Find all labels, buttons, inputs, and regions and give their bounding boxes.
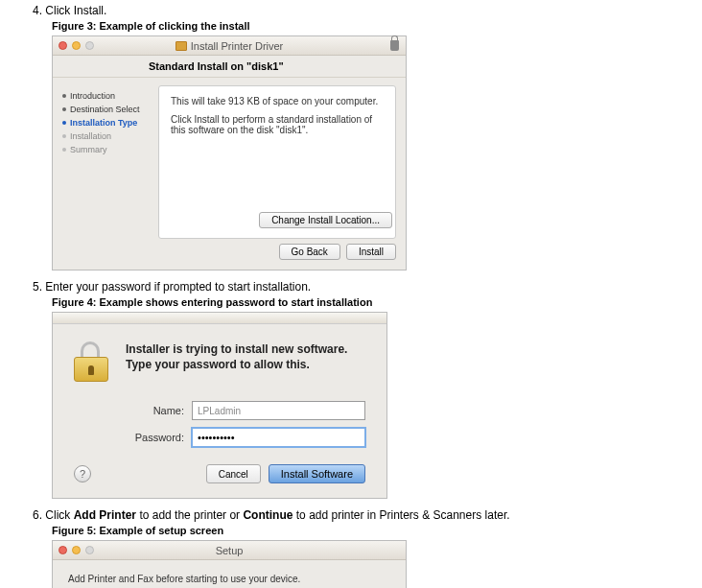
name-field[interactable] bbox=[192, 401, 365, 420]
step-number: 5. bbox=[33, 280, 42, 294]
step-number: 6. bbox=[33, 508, 42, 522]
cancel-button[interactable]: Cancel bbox=[206, 464, 261, 483]
password-prompt-message: Installer is trying to install new softw… bbox=[126, 341, 365, 372]
install-description: Click Install to perform a standard inst… bbox=[171, 114, 384, 135]
window-title-text: Install Printer Driver bbox=[191, 40, 284, 52]
sidebar-item-destination: Destination Select bbox=[62, 103, 149, 116]
step-text: Click Install. bbox=[45, 4, 106, 17]
step-4: 4. Click Install. bbox=[33, 4, 702, 17]
step-6: 6. Click Add Printer to add the printer … bbox=[33, 508, 702, 522]
password-dialog: Installer is trying to install new softw… bbox=[52, 312, 387, 499]
install-button[interactable]: Install bbox=[346, 244, 396, 260]
install-subheader: Standard Install on "disk1" bbox=[53, 56, 406, 78]
installer-window: Install Printer Driver Standard Install … bbox=[52, 35, 407, 270]
sidebar-item-installation-type: Installation Type bbox=[62, 116, 149, 129]
window-title: Install Printer Driver bbox=[53, 40, 406, 52]
password-label: Password: bbox=[131, 432, 192, 443]
figure-5-caption: Figure 5: Example of setup screen bbox=[52, 525, 702, 536]
package-icon bbox=[176, 41, 187, 51]
lock-large-icon bbox=[74, 341, 112, 382]
sidebar-item-summary: Summary bbox=[62, 143, 149, 156]
step-number: 4. bbox=[33, 4, 42, 17]
step-5: 5. Enter your password if prompted to st… bbox=[33, 280, 702, 294]
name-label: Name: bbox=[131, 405, 192, 416]
sidebar-item-introduction: Introduction bbox=[62, 89, 149, 103]
go-back-button[interactable]: Go Back bbox=[279, 244, 340, 260]
titlebar: Setup bbox=[53, 541, 406, 560]
install-software-button[interactable]: Install Software bbox=[269, 464, 365, 483]
step-text: Enter your password if prompted to start… bbox=[45, 280, 311, 294]
sidebar-item-installation: Installation bbox=[62, 129, 149, 143]
window-title-text: Setup bbox=[216, 545, 244, 556]
password-field[interactable] bbox=[192, 428, 365, 447]
titlebar: Install Printer Driver bbox=[53, 36, 406, 56]
change-install-location-button[interactable]: Change Install Location... bbox=[259, 212, 392, 228]
setup-window: Setup Add Printer and Fax before startin… bbox=[52, 540, 407, 588]
help-button[interactable]: ? bbox=[74, 465, 91, 482]
window-title: Setup bbox=[53, 545, 406, 556]
titlebar bbox=[53, 313, 386, 324]
space-required-text: This will take 913 KB of space on your c… bbox=[171, 96, 384, 106]
figure-3-caption: Figure 3: Example of clicking the instal… bbox=[52, 20, 702, 32]
lock-icon[interactable] bbox=[390, 40, 399, 51]
setup-headline: Add Printer and Fax before starting to u… bbox=[68, 574, 390, 584]
figure-4-caption: Figure 4: Example shows entering passwor… bbox=[52, 296, 702, 308]
